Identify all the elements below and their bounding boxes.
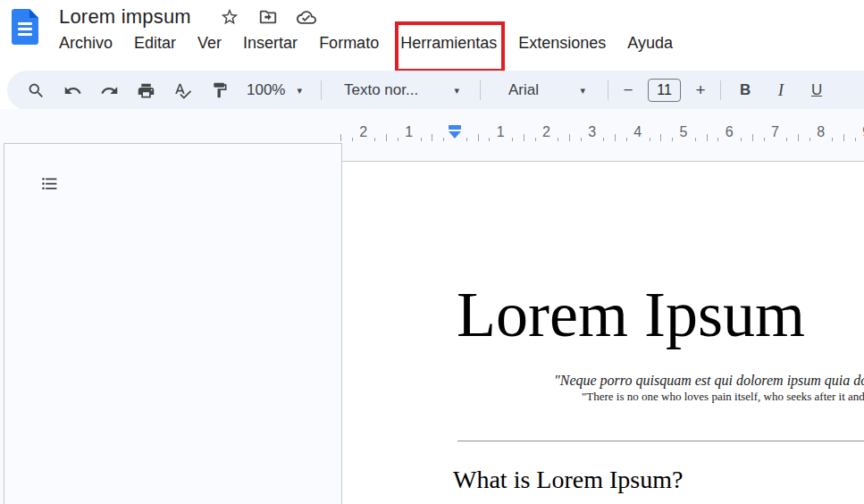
doc-quote-latin: "Neque porro quisquam est qui dolorem ip… [554,374,864,388]
menu-ayuda[interactable]: Ayuda [627,33,673,53]
ruler-tick [340,134,341,141]
ruler-number: 4 [629,124,647,140]
outline-icon[interactable] [38,172,60,194]
left-indent-marker[interactable] [449,131,461,139]
indent-marker[interactable] [449,125,461,139]
menu-herramientas[interactable]: Herramientas [400,33,497,53]
titlebar: Lorem impsum [59,3,316,31]
ruler-number: 2 [355,124,373,140]
ruler-tick [809,138,810,141]
bold-button[interactable]: B [727,77,763,104]
font-dropdown[interactable]: Arial ▾ [487,77,601,104]
ruler-tick [843,134,844,141]
chevron-down-icon: ▾ [454,85,459,97]
doc-heading-text: What is Lorem Ipsum? [453,467,683,492]
chevron-down-icon: ▾ [580,85,585,97]
ruler-tick [650,138,650,141]
document-page[interactable]: Lorem Ipsum "Neque porro quisquam est qu… [341,161,864,504]
ruler-tick [421,138,422,141]
cloud-saved-icon[interactable] [297,7,316,27]
ruler-tick [786,138,787,141]
google-docs-window: Lorem impsum Archivo Editar Ver Insertar… [0,0,864,504]
ruler-tick [752,134,753,141]
google-docs-logo[interactable] [12,9,38,45]
ruler-tick [741,138,742,141]
ruler-number: 3 [583,124,601,140]
ruler-tick [524,134,524,141]
paragraph-style-value: Texto nor... [344,81,418,99]
ruler-scale: 21123456789 [0,109,864,144]
ruler-tick [398,138,398,141]
font-size-input[interactable]: 11 [648,79,681,102]
menubar: Archivo Editar Ver Insertar Formato Herr… [59,33,673,53]
zoom-value: 100% [247,81,285,99]
ruler-tick [672,138,673,141]
italic-button[interactable]: I [763,77,799,104]
ruler-tick [717,138,718,141]
ruler-tick [432,134,432,141]
ruler-tick [832,138,833,141]
redo-icon[interactable] [91,77,128,104]
doc-title-text: Lorem Ipsum [457,282,805,347]
menu-ver[interactable]: Ver [197,33,222,53]
paragraph-style-dropdown[interactable]: Texto nor... ▾ [328,77,474,104]
decrease-font-size-button[interactable]: − [615,77,642,104]
toolbar-divider [480,80,481,100]
font-value: Arial [508,81,539,99]
ruler-tick [626,138,627,141]
menu-editar[interactable]: Editar [134,33,176,53]
undo-icon[interactable] [55,77,91,104]
move-folder-icon[interactable] [258,7,278,27]
ruler-number: 6 [720,124,738,140]
ruler-number: 1 [491,124,509,140]
toolbar-divider [608,80,608,100]
ruler-tick [443,138,444,141]
ruler-tick [478,134,479,141]
search-icon[interactable] [18,77,55,104]
ruler-number: 8 [812,124,830,140]
ruler-number: 7 [766,124,784,140]
ruler-tick [855,138,856,141]
ruler-tick [374,138,375,141]
doc-horizontal-rule [457,441,864,441]
increase-font-size-button[interactable]: + [687,77,714,104]
spellcheck-icon[interactable] [164,77,201,104]
menu-formato[interactable]: Formato [319,33,379,53]
zoom-dropdown[interactable]: 100% ▾ [238,77,315,104]
star-icon[interactable] [220,7,239,27]
ruler-tick [466,138,467,141]
outline-panel [4,143,342,504]
ruler-tick [581,138,582,141]
underline-button[interactable]: U [799,77,835,104]
ruler-tick [695,138,696,141]
ruler-tick [489,138,490,141]
doc-quote-english: "There is no one who loves pain itself, … [582,391,864,402]
print-icon[interactable] [128,77,164,104]
ruler-tick [386,134,387,141]
menu-herramientas-label: Herramientas [400,34,497,52]
menu-extensiones[interactable]: Extensiones [518,33,606,53]
ruler-tick [615,134,616,141]
toolbar-divider [321,80,322,100]
ruler-number: 9 [858,124,864,140]
chevron-down-icon: ▾ [297,85,302,97]
ruler-tick [603,138,604,141]
paint-format-icon[interactable] [201,77,238,104]
ruler-tick [569,134,570,141]
ruler-tick [512,138,513,141]
toolbar: 100% ▾ Texto nor... ▾ Arial ▾ − 11 + B I… [7,71,864,110]
ruler-tick [535,138,536,141]
ruler-number: 1 [400,124,418,140]
ruler-number: 5 [675,124,692,140]
ruler-tick [352,138,353,141]
ruler-tick [798,134,799,141]
menu-archivo[interactable]: Archivo [59,33,113,53]
ruler-tick [707,134,708,141]
docs-logo-icon [12,9,38,45]
menu-insertar[interactable]: Insertar [243,33,298,53]
title-actions [220,7,316,27]
first-line-indent-marker[interactable] [449,125,461,130]
ruler-tick [558,138,558,141]
toolbar-divider [720,80,721,100]
document-title[interactable]: Lorem impsum [59,5,191,29]
